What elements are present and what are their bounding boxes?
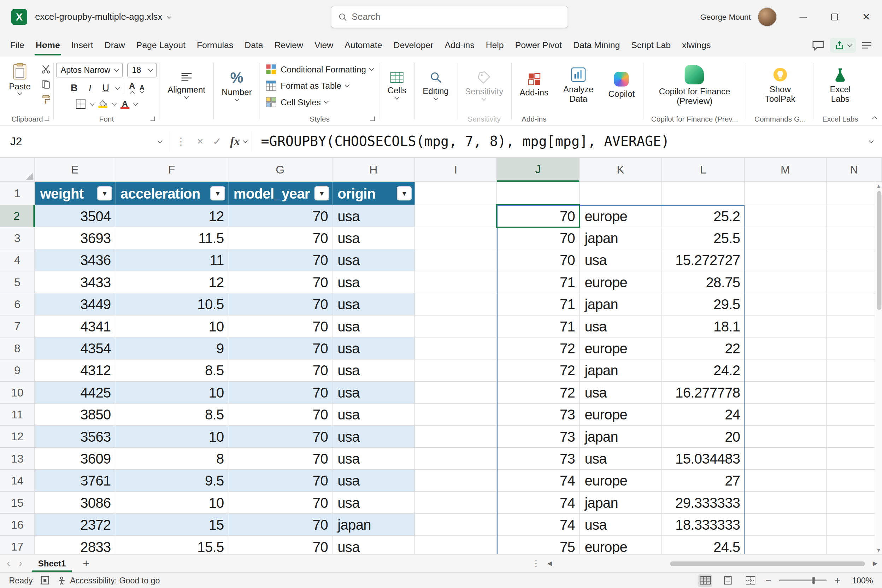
column-header-I[interactable]: I (415, 158, 497, 182)
cell-G10[interactable]: 70 (228, 382, 332, 404)
cell-E3[interactable]: 3693 (35, 227, 115, 249)
font-color-button[interactable]: A (120, 99, 130, 109)
cell-H6[interactable]: usa (333, 293, 415, 315)
zoom-out-button[interactable]: − (766, 576, 771, 585)
cell-L9[interactable]: 24.2 (662, 360, 745, 382)
cell-L17[interactable]: 24.5 (662, 536, 745, 554)
conditional-formatting-button[interactable]: Conditional Formatting (262, 63, 376, 76)
cell-K4[interactable]: usa (579, 249, 662, 272)
cell-N10[interactable] (826, 382, 882, 404)
cell-G5[interactable]: 70 (228, 272, 332, 293)
page-layout-view-button[interactable] (720, 574, 735, 586)
menu-tab-review[interactable]: Review (269, 34, 309, 57)
cell-J13[interactable]: 73 (497, 448, 579, 470)
cell-E7[interactable]: 4341 (35, 315, 115, 338)
cell-K1[interactable] (579, 182, 662, 205)
column-header-L[interactable]: L (662, 158, 745, 182)
select-all-corner[interactable] (0, 158, 35, 182)
menu-tab-page-layout[interactable]: Page Layout (131, 34, 191, 57)
cell-M11[interactable] (744, 404, 826, 426)
cell-M1[interactable] (744, 182, 826, 205)
cell-E13[interactable]: 3609 (35, 448, 115, 470)
chevron-down-icon[interactable] (112, 101, 117, 106)
cell-M7[interactable] (744, 315, 826, 338)
clipboard-dialog-launcher[interactable] (45, 117, 50, 121)
cell-M9[interactable] (744, 360, 826, 382)
zoom-level[interactable]: 100% (848, 576, 873, 585)
cell-L2[interactable]: 25.2 (662, 205, 745, 227)
cell-M15[interactable] (744, 492, 826, 514)
cell-E4[interactable]: 3436 (35, 249, 115, 272)
cell-I5[interactable] (415, 272, 497, 293)
sheet-tab-sheet1[interactable]: Sheet1 (29, 555, 75, 573)
row-header-10[interactable]: 10 (0, 382, 35, 404)
cell-M3[interactable] (744, 227, 826, 249)
zoom-in-button[interactable]: + (835, 576, 840, 585)
menu-tab-data[interactable]: Data (239, 34, 268, 57)
cell-K3[interactable]: japan (579, 227, 662, 249)
cell-K12[interactable]: japan (579, 426, 662, 448)
cell-K9[interactable]: japan (579, 360, 662, 382)
cell-F4[interactable]: 11 (115, 249, 228, 272)
cancel-icon[interactable]: × (192, 135, 208, 147)
column-header-E[interactable]: E (35, 158, 115, 182)
cell-K15[interactable]: japan (579, 492, 662, 514)
cell-K5[interactable]: europe (579, 272, 662, 293)
styles-dialog-launcher[interactable] (370, 117, 375, 121)
accessibility-status[interactable]: Accessibility: Good to go (57, 576, 160, 585)
cell-L11[interactable]: 24 (662, 404, 745, 426)
cell-F15[interactable]: 10 (115, 492, 228, 514)
cell-I16[interactable] (415, 514, 497, 536)
cell-E5[interactable]: 3433 (35, 272, 115, 293)
cell-J5[interactable]: 71 (497, 272, 579, 293)
cell-J12[interactable]: 73 (497, 426, 579, 448)
paste-button[interactable]: Paste (3, 62, 36, 95)
insert-function-button[interactable]: fx (225, 134, 251, 148)
cell-E1[interactable]: weight▼ (35, 182, 115, 205)
cell-I9[interactable] (415, 360, 497, 382)
cell-L10[interactable]: 16.277778 (662, 382, 745, 404)
cell-F17[interactable]: 15.5 (115, 536, 228, 554)
cell-I12[interactable] (415, 426, 497, 448)
cell-L3[interactable]: 25.5 (662, 227, 745, 249)
cell-K6[interactable]: japan (579, 293, 662, 315)
column-header-N[interactable]: N (826, 158, 882, 182)
cell-H10[interactable]: usa (333, 382, 415, 404)
filter-button-weight[interactable]: ▼ (97, 186, 112, 200)
cell-I15[interactable] (415, 492, 497, 514)
cell-L14[interactable]: 27 (662, 470, 745, 492)
cell-F1[interactable]: acceleration▼ (115, 182, 228, 205)
cell-N8[interactable] (826, 338, 882, 359)
row-header-15[interactable]: 15 (0, 492, 35, 514)
cell-E16[interactable]: 2372 (35, 514, 115, 536)
tab-bar-splitter[interactable]: ⋮ (531, 558, 541, 568)
font-dialog-launcher[interactable] (150, 117, 155, 121)
cell-E17[interactable]: 2833 (35, 536, 115, 554)
next-sheet-icon[interactable]: › (19, 558, 22, 569)
cell-N13[interactable] (826, 448, 882, 470)
cell-G8[interactable]: 70 (228, 338, 332, 359)
workbook-title[interactable]: excel-groupby-multiple-agg.xlsx (35, 12, 171, 22)
menu-tab-developer[interactable]: Developer (388, 34, 439, 57)
increase-font-button[interactable]: A (129, 81, 135, 95)
cell-I10[interactable] (415, 382, 497, 404)
horizontal-scrollbar[interactable]: ◀ ▶ (548, 560, 878, 567)
column-header-J[interactable]: J (497, 158, 579, 182)
menu-tab-draw[interactable]: Draw (99, 34, 131, 57)
cell-H1[interactable]: origin▼ (333, 182, 415, 205)
cell-F10[interactable]: 10 (115, 382, 228, 404)
cell-J4[interactable]: 70 (497, 249, 579, 272)
cell-K14[interactable]: europe (579, 470, 662, 492)
cell-I17[interactable] (415, 536, 497, 554)
cell-L13[interactable]: 15.034483 (662, 448, 745, 470)
cell-I8[interactable] (415, 338, 497, 359)
horizontal-scroll-thumb[interactable] (670, 561, 865, 566)
cell-F16[interactable]: 15 (115, 514, 228, 536)
cell-J14[interactable]: 74 (497, 470, 579, 492)
menu-tab-home[interactable]: Home (30, 34, 66, 57)
formula-bar-handle[interactable]: ⋮ (170, 135, 192, 147)
scroll-up-icon[interactable]: ▲ (876, 183, 881, 189)
cell-G3[interactable]: 70 (228, 227, 332, 249)
cell-G16[interactable]: 70 (228, 514, 332, 536)
cell-J9[interactable]: 72 (497, 360, 579, 382)
